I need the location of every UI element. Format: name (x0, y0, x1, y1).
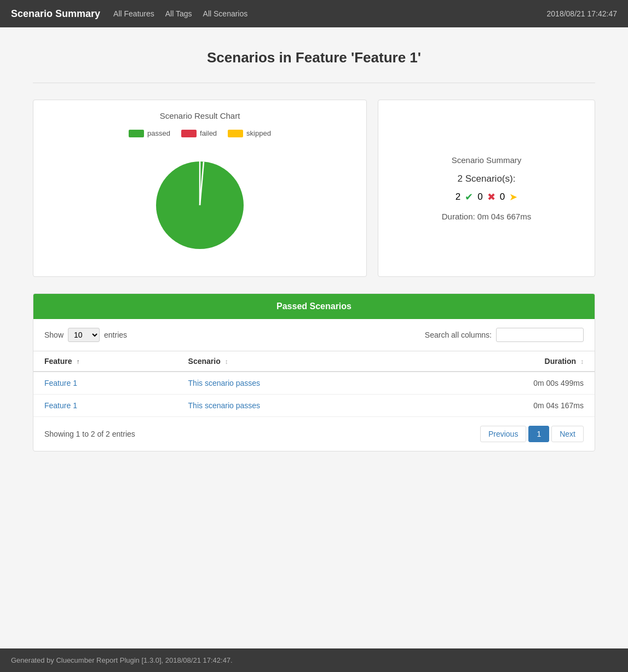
chart-card-title: Scenario Result Chart (44, 111, 355, 120)
entries-label: entries (104, 331, 127, 339)
previous-button[interactable]: Previous (480, 426, 526, 442)
navbar-timestamp: 2018/08/21 17:42:47 (547, 9, 617, 18)
legend-passed: passed (129, 129, 170, 137)
col-feature[interactable]: Feature ↑ (33, 351, 177, 372)
chart-card: Scenario Result Chart passed failed skip… (33, 100, 367, 277)
failed-count: 0 (477, 192, 482, 202)
search-box: Search all columns: (425, 328, 584, 342)
legend-swatch-skipped (228, 130, 243, 137)
chart-row: Scenario Result Chart passed failed skip… (33, 100, 595, 277)
next-button[interactable]: Next (551, 426, 584, 442)
legend-swatch-failed (181, 130, 197, 137)
legend-swatch-passed (129, 130, 144, 137)
col-feature-label: Feature (44, 357, 72, 366)
row1-scenario-link[interactable]: This scenario passes (188, 379, 261, 387)
row2-feature: Feature 1 (33, 395, 177, 417)
page-1-button[interactable]: 1 (528, 426, 549, 442)
skipped-arrow-icon: ➤ (509, 191, 517, 203)
table-header-row: Feature ↑ Scenario ↕ Duration ↕ (33, 351, 595, 372)
passed-count: 2 (456, 192, 460, 202)
passed-scenarios-header: Passed Scenarios (33, 294, 595, 319)
pie-chart (44, 145, 355, 265)
row1-feature-link[interactable]: Feature 1 (44, 379, 77, 387)
row2-duration: 0m 04s 167ms (413, 395, 595, 417)
summary-duration: Duration: 0m 04s 667ms (442, 212, 531, 221)
scenarios-table: Feature ↑ Scenario ↕ Duration ↕ (33, 351, 595, 417)
passed-check-icon: ✔ (465, 191, 473, 203)
table-body: Feature 1 This scenario passes 0m 00s 49… (33, 372, 595, 417)
table-footer: Showing 1 to 2 of 2 entries Previous 1 N… (33, 417, 595, 451)
pie-svg (145, 150, 255, 260)
nav-all-scenarios[interactable]: All Scenarios (203, 9, 248, 18)
col-scenario-label: Scenario (188, 357, 221, 366)
skipped-count: 0 (500, 192, 505, 202)
show-entries-control: Show 10 25 50 100 entries (44, 328, 127, 342)
summary-card: Scenario Summary 2 Scenario(s): 2 ✔ 0 ✖ … (378, 100, 595, 277)
entries-select[interactable]: 10 25 50 100 (68, 328, 100, 342)
navbar: Scenario Summary All Features All Tags A… (0, 0, 628, 27)
legend-skipped: skipped (228, 129, 271, 137)
footer-text: Generated by Cluecumber Report Plugin [1… (11, 656, 233, 664)
page-title: Scenarios in Feature 'Feature 1' (33, 49, 595, 66)
table-controls: Show 10 25 50 100 entries Search all col… (33, 319, 595, 351)
failed-cross-icon: ✖ (487, 191, 496, 203)
search-label: Search all columns: (425, 331, 492, 339)
row2-feature-link[interactable]: Feature 1 (44, 401, 77, 410)
table-row: Feature 1 This scenario passes 0m 00s 49… (33, 372, 595, 395)
row1-scenario: This scenario passes (177, 372, 413, 395)
pagination: Previous 1 Next (480, 426, 584, 442)
legend-label-skipped: skipped (246, 129, 271, 137)
divider (33, 83, 595, 83)
row2-scenario: This scenario passes (177, 395, 413, 417)
col-duration-label: Duration (545, 357, 577, 366)
col-duration[interactable]: Duration ↕ (413, 351, 595, 372)
navbar-links: All Features All Tags All Scenarios (113, 9, 546, 18)
summary-card-title: Scenario Summary (452, 155, 522, 165)
nav-all-tags[interactable]: All Tags (165, 9, 192, 18)
row1-feature: Feature 1 (33, 372, 177, 395)
col-scenario[interactable]: Scenario ↕ (177, 351, 413, 372)
search-input[interactable] (496, 328, 584, 342)
col-duration-sort-icon: ↕ (580, 358, 584, 366)
legend-failed: failed (181, 129, 217, 137)
chart-legend: passed failed skipped (44, 129, 355, 137)
col-scenario-sort-icon: ↕ (225, 358, 228, 366)
row1-duration: 0m 00s 499ms (413, 372, 595, 395)
summary-scenarios-label: 2 Scenario(s): (458, 173, 516, 184)
navbar-brand: Scenario Summary (11, 8, 100, 20)
page-footer: Generated by Cluecumber Report Plugin [1… (0, 648, 628, 672)
showing-text: Showing 1 to 2 of 2 entries (44, 430, 135, 438)
table-row: Feature 1 This scenario passes 0m 04s 16… (33, 395, 595, 417)
row2-scenario-link[interactable]: This scenario passes (188, 401, 261, 410)
table-head: Feature ↑ Scenario ↕ Duration ↕ (33, 351, 595, 372)
nav-all-features[interactable]: All Features (113, 9, 154, 18)
passed-scenarios-section: Passed Scenarios Show 10 25 50 100 entri… (33, 293, 595, 451)
summary-counts: 2 ✔ 0 ✖ 0 ➤ (456, 191, 517, 203)
col-feature-sort-icon: ↑ (76, 358, 79, 366)
legend-label-failed: failed (200, 129, 217, 137)
main-content: Scenarios in Feature 'Feature 1' Scenari… (0, 27, 628, 648)
show-label: Show (44, 331, 64, 339)
legend-label-passed: passed (147, 129, 170, 137)
